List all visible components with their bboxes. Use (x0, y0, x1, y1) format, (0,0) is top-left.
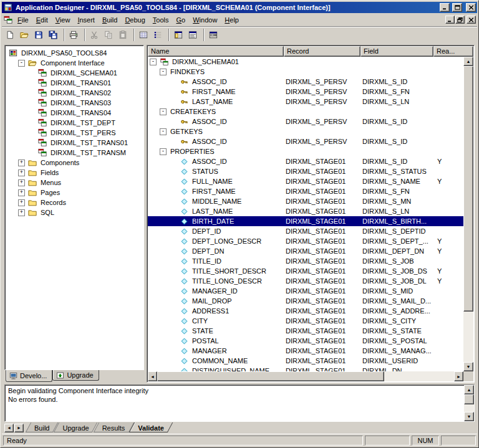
workspace-tab-upgrade[interactable]: Upgrade (52, 370, 99, 381)
save-all-button[interactable] (47, 28, 61, 42)
column-header-rea[interactable]: Rea... (433, 46, 473, 57)
output-tab-upgrade[interactable]: Upgrade (54, 422, 97, 433)
tree-item-components[interactable]: +Components (7, 158, 142, 168)
grid-row-title-long-descr[interactable]: TITLE_LONG_DESCRDIRXML_STAGE01DIRXML_S_J… (148, 276, 463, 286)
output-tab-validate[interactable]: Validate (129, 422, 173, 433)
menu-build[interactable]: Build (99, 15, 121, 25)
vertical-scrollbar[interactable]: ▲ ▼ (463, 57, 473, 371)
grid-row-title-short-descr[interactable]: TITLE_SHORT_DESCRDIRXML_STAGE01DIRXML_S_… (148, 266, 463, 276)
expand-icon[interactable]: + (18, 160, 25, 166)
grid-row-state[interactable]: STATEDIRXML_STAGE01DIRXML_S_STATE (148, 326, 463, 336)
grid-row-manager-id[interactable]: MANAGER_IDDIRXML_STAGE01DIRXML_S_MID (148, 286, 463, 296)
grid-row-manager[interactable]: MANAGERDIRXML_STAGE01DIRXML_S_MANAG... (148, 346, 463, 356)
tree-item-fields[interactable]: +Fields (7, 168, 142, 178)
open-button[interactable] (18, 28, 32, 42)
horizontal-scrollbar[interactable]: ◄ ► (148, 371, 463, 381)
output-scrollbar-thumb[interactable] (464, 394, 474, 404)
grid-row-first-name[interactable]: FIRST_NAMEDIRXML_S_PERSVDIRXML_S_FN (148, 87, 463, 97)
child-minimize-button[interactable] (445, 16, 455, 24)
menu-insert[interactable]: Insert (74, 15, 99, 25)
grid-row-distinguished-name[interactable]: DISTINGUISHED_NAMEDIRXML_STAGE01DIRXML_D… (148, 366, 463, 371)
grid-row-dirxml-schema01[interactable]: -DIRXML_SCHEMA01 (148, 57, 463, 67)
menu-help[interactable]: Help (221, 15, 243, 25)
expand-icon[interactable]: + (18, 179, 25, 186)
grid-row-dept-id[interactable]: DEPT_IDDIRXML_STAGE01DIRXML_S_DEPTID (148, 226, 463, 236)
tree-item-dirxml-trans01[interactable]: DIRXML_TRANS01 (7, 78, 142, 88)
tree-item-menus[interactable]: +Menus (7, 178, 142, 188)
tree-item-dirxml-tst-pers[interactable]: DIRXML_TST_PERS (7, 128, 142, 138)
collapse-icon[interactable]: - (150, 59, 157, 65)
menu-window[interactable]: Window (189, 15, 221, 25)
menu-edit[interactable]: Edit (32, 15, 52, 25)
scroll-down-button[interactable]: ▼ (464, 412, 474, 421)
grid-row-city[interactable]: CITYDIRXML_STAGE01DIRXML_S_CITY (148, 316, 463, 326)
new-button[interactable] (4, 28, 18, 42)
tree-item-dirxml-schema01[interactable]: DIRXML_SCHEMA01 (7, 68, 142, 78)
collapse-icon[interactable]: - (160, 148, 167, 155)
grid-row-full-name[interactable]: FULL_NAMEDIRXML_STAGE01DIRXML_S_NAMEY (148, 176, 463, 186)
tree-item-pages[interactable]: +Pages (7, 188, 142, 198)
grid-row-properties[interactable]: -PROPERTIES (148, 146, 463, 156)
workspace-tab-develo[interactable]: Develo... (6, 370, 52, 382)
grid-row-first-name[interactable]: FIRST_NAMEDIRXML_STAGE01DIRXML_S_FN (148, 186, 463, 196)
grid-row-assoc-id[interactable]: ASSOC_IDDIRXML_S_PERSVDIRXML_S_ID (148, 77, 463, 87)
grid-row-createkeys[interactable]: -CREATEKEYS (148, 107, 463, 117)
menu-view[interactable]: View (52, 15, 74, 25)
grid-row-assoc-id[interactable]: ASSOC_IDDIRXML_S_PERSVDIRXML_S_ID (148, 117, 463, 126)
close-button[interactable] (466, 3, 476, 12)
object-properties-button[interactable] (152, 28, 166, 42)
grid-row-postal[interactable]: POSTALDIRXML_STAGE01DIRXML_S_POSTAL (148, 336, 463, 346)
menu-file[interactable]: File (14, 15, 32, 25)
tree-item-dirxml-trans03[interactable]: DIRXML_TRANS03 (7, 98, 142, 108)
expand-icon[interactable]: + (18, 189, 25, 196)
tree-item-dirxml-trans02[interactable]: DIRXML_TRANS02 (7, 88, 142, 98)
tree-item-dirxml-psa50-tools84[interactable]: DIRXML_PSA50_TOOLS84 (7, 48, 142, 58)
paste-button[interactable] (117, 28, 131, 42)
scroll-up-button[interactable]: ▲ (463, 57, 473, 66)
tree-item-records[interactable]: +Records (7, 198, 142, 207)
menu-tools[interactable]: Tools (149, 15, 173, 25)
maximize-button[interactable] (452, 3, 462, 12)
grid-row-middle-name[interactable]: MIDDLE_NAMEDIRXML_STAGE01DIRXML_S_MN (148, 196, 463, 206)
column-header-name[interactable]: Name (148, 46, 284, 57)
definition-properties-button[interactable] (137, 28, 152, 42)
grid-row-birth-date[interactable]: BIRTH_DATEDIRXML_STAGE01DIRXML_S_BIRTH..… (148, 216, 463, 226)
vertical-scrollbar-thumb[interactable] (463, 66, 473, 312)
tree-item-dirxml-tst-trans01[interactable]: DIRXML_TST_TRANS01 (7, 138, 142, 148)
child-close-button[interactable] (467, 16, 476, 24)
tree-item-dirxml-trans04[interactable]: DIRXML_TRANS04 (7, 108, 142, 118)
expand-icon[interactable]: + (18, 169, 25, 176)
copy-button[interactable] (102, 28, 117, 42)
project-workspace-button[interactable] (172, 28, 186, 42)
expand-icon[interactable]: + (18, 199, 25, 206)
tree-item-component-interface[interactable]: -Component Interface (7, 58, 142, 68)
column-header-field[interactable]: Field (360, 46, 433, 57)
output-tab-results[interactable]: Results (94, 422, 134, 433)
scroll-left-button[interactable]: ◄ (148, 371, 157, 381)
tree-item-dirxml-tst-transm[interactable]: DIRXML_TST_TRANSM (7, 148, 142, 158)
cut-button[interactable] (88, 28, 102, 42)
grid-row-common-name[interactable]: COMMON_NAMEDIRXML_STAGE01DIRXML_USERID (148, 356, 463, 366)
build-button[interactable] (207, 28, 221, 42)
expand-icon[interactable]: + (18, 209, 25, 216)
menu-debug[interactable]: Debug (121, 15, 148, 25)
menu-go[interactable]: Go (173, 15, 190, 25)
minimize-button[interactable] (440, 3, 450, 12)
tab-scroll-right-button[interactable]: ► (14, 424, 24, 432)
scroll-up-button[interactable]: ▲ (464, 385, 474, 394)
collapse-icon[interactable]: - (18, 60, 25, 67)
output-window-button[interactable] (186, 28, 201, 42)
print-button[interactable] (67, 28, 82, 42)
horizontal-scrollbar-thumb[interactable] (157, 371, 384, 381)
scroll-right-button[interactable]: ► (454, 371, 463, 381)
tree-item-sql[interactable]: +SQL (7, 207, 142, 217)
grid-row-dept-long-descr[interactable]: DEPT_LONG_DESCRDIRXML_STAGE01DIRXML_S_DE… (148, 236, 463, 246)
grid-row-assoc-id[interactable]: ASSOC_IDDIRXML_STAGE01DIRXML_S_IDY (148, 156, 463, 166)
column-header-record[interactable]: Record (284, 46, 360, 57)
grid-row-address1[interactable]: ADDRESS1DIRXML_STAGE01DIRXML_S_ADDRE... (148, 306, 463, 316)
grid-row-getkeys[interactable]: -GETKEYS (148, 126, 463, 136)
collapse-icon[interactable]: - (160, 108, 167, 115)
save-button[interactable] (32, 28, 47, 42)
scroll-down-button[interactable]: ▼ (463, 362, 473, 371)
grid-row-status[interactable]: STATUSDIRXML_STAGE01DIRXML_S_STATUS (148, 166, 463, 176)
